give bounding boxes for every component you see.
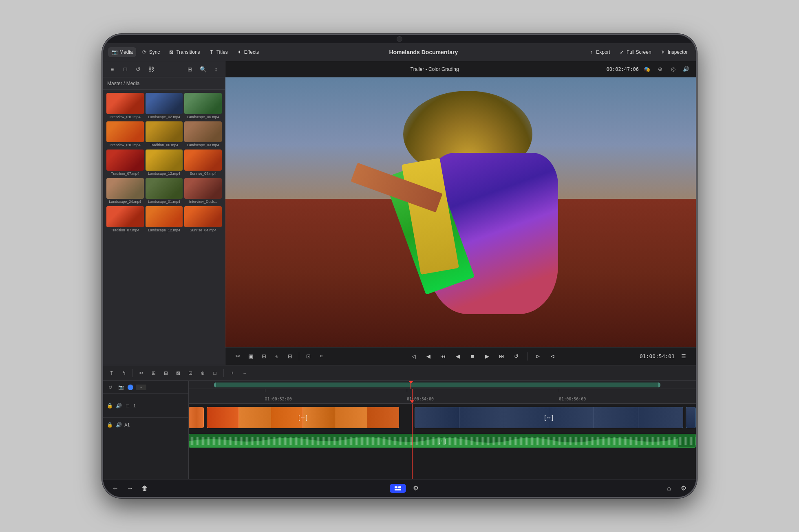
play-btn[interactable]: ▶: [481, 351, 493, 362]
list-item[interactable]: Interview_010.mp4: [106, 93, 144, 120]
preview-scene: [225, 77, 696, 347]
export-btn[interactable]: ↑ Export: [585, 47, 614, 57]
media-item-label: Landscape_12.mp4: [146, 171, 183, 176]
prev-frame-btn[interactable]: ◀: [423, 351, 434, 362]
zoom-in-btn[interactable]: +: [227, 368, 238, 378]
link-btn[interactable]: ⛓: [146, 64, 157, 75]
media-item-label: Tradition_07.mp4: [106, 171, 144, 176]
svg-rect-3: [395, 489, 401, 490]
transitions-icon: ⊠: [168, 49, 174, 55]
sync-btn[interactable]: ⟳ Sync: [138, 47, 163, 57]
menu-btn[interactable]: ☰: [678, 351, 689, 362]
trim-btn[interactable]: ✂: [232, 351, 243, 362]
home-btn[interactable]: [392, 483, 404, 494]
svg-rect-1: [395, 486, 397, 488]
loop-btn[interactable]: ↺: [511, 351, 522, 362]
grid-view-btn[interactable]: ⊞: [184, 64, 196, 75]
list-view-btn[interactable]: ≡: [106, 64, 118, 75]
list-item[interactable]: Landscape_03.mp4: [184, 121, 222, 148]
fast-forward-btn[interactable]: ⏭: [496, 351, 508, 362]
inspector-btn[interactable]: ✳ Inspector: [656, 47, 691, 57]
prev-edit-btn[interactable]: ⊲: [547, 351, 558, 362]
select-tool-btn[interactable]: T: [106, 368, 117, 378]
home-nav-btn[interactable]: ⌂: [663, 483, 675, 494]
redo-btn[interactable]: →: [124, 483, 136, 494]
snap-btn[interactable]: ⊡: [302, 351, 314, 362]
insert-btn[interactable]: ▣: [245, 351, 256, 362]
sync-label: Sync: [149, 49, 160, 55]
camera-icon[interactable]: 📷: [117, 383, 125, 391]
next-edit-btn[interactable]: ⊳: [532, 351, 544, 362]
nav-back-btn[interactable]: ◁: [408, 351, 419, 362]
rewind-btn[interactable]: ⏮: [437, 351, 449, 362]
list-item[interactable]: Landscape_24.mp4: [106, 178, 144, 205]
audio-lock-icon[interactable]: 🔒: [106, 422, 113, 428]
range-select-btn[interactable]: □: [210, 368, 220, 378]
mix-btn[interactable]: ⊟: [284, 351, 296, 362]
list-item[interactable]: Tradition_06.mp4: [146, 121, 183, 148]
audio-mute-icon[interactable]: 🔊: [115, 402, 122, 409]
transform-btn[interactable]: ↰: [119, 368, 129, 378]
sort-btn[interactable]: ↕: [210, 64, 222, 75]
undo-btn[interactable]: ←: [110, 483, 121, 494]
position-btn[interactable]: ⊕: [197, 368, 208, 378]
lock-icon[interactable]: 🔒: [106, 402, 113, 409]
clip-segment-1[interactable]: [189, 407, 204, 428]
audio-mix-btn[interactable]: ≈: [316, 351, 327, 362]
transitions-btn[interactable]: ⊠ Transitions: [165, 47, 203, 57]
list-item[interactable]: Landscape_12.mp4: [146, 206, 183, 233]
search-btn[interactable]: 🔍: [197, 64, 209, 75]
new-item-btn[interactable]: □: [119, 64, 131, 75]
effects-btn[interactable]: ✦ Effects: [233, 47, 262, 57]
list-item[interactable]: Landscape_06.mp4: [184, 93, 222, 120]
list-item[interactable]: Interview_010.mp4: [106, 121, 144, 148]
preview-header: Trailer - Color Grading 00:02:47:06 🎭 ⊕ …: [225, 61, 696, 77]
browser-path-text: Master / Media: [107, 81, 139, 86]
clip-segment-4[interactable]: [686, 407, 696, 428]
audio-clip[interactable]: [↔]: [189, 434, 696, 448]
fullscreen-btn[interactable]: ⤢ Full Screen: [615, 47, 655, 57]
slip-btn[interactable]: ⊟: [161, 368, 171, 378]
clip-segment-3[interactable]: [↔]: [415, 407, 683, 428]
list-item[interactable]: Sunrise_04.mp4: [184, 149, 222, 176]
bottom-left: ← → 🗑: [110, 483, 150, 494]
placeholder-btn[interactable]: ⟐: [271, 351, 283, 362]
settings-nav-btn[interactable]: ⚙: [678, 483, 689, 494]
list-item[interactable]: Tradition_07.mp4: [106, 149, 144, 176]
audio-btn[interactable]: 🔊: [681, 64, 691, 74]
color-btn[interactable]: ◎: [668, 64, 678, 74]
clip-segment-2[interactable]: [↔]: [207, 407, 400, 428]
delete-btn[interactable]: 🗑: [139, 483, 150, 494]
zoom-out-btn[interactable]: −: [239, 368, 250, 378]
range-left-handle[interactable]: [214, 383, 216, 387]
append-btn[interactable]: ⊞: [258, 351, 269, 362]
range-right-handle[interactable]: [658, 383, 660, 387]
timecode-marker-3: 01:00:56:00: [559, 397, 586, 401]
video-type-icon[interactable]: □: [124, 402, 131, 409]
rotate-btn[interactable]: ↺: [106, 383, 115, 391]
project-settings-btn[interactable]: ⚙: [410, 483, 422, 494]
playhead-range-marker: [411, 381, 411, 389]
gap-btn[interactable]: ⊠: [173, 368, 183, 378]
list-item[interactable]: Landscape_12.mp4: [146, 149, 183, 176]
list-item[interactable]: Sunrise_04.mp4: [184, 206, 222, 233]
play-rev-btn[interactable]: ◀: [452, 351, 464, 362]
media-btn[interactable]: 📷 Media: [108, 47, 136, 57]
timeline-range-thumb[interactable]: [214, 383, 660, 387]
display-btn[interactable]: ⊕: [655, 64, 665, 74]
list-item[interactable]: Landscape_02.mp4: [146, 93, 183, 120]
list-item[interactable]: Landscape_01.mp4: [146, 178, 183, 205]
blade-btn[interactable]: ✂: [136, 368, 147, 378]
list-item[interactable]: Interview_Dusk...: [184, 178, 222, 205]
audio-vol-icon[interactable]: 🔊: [115, 422, 122, 428]
track-a1-label: A1: [124, 422, 130, 427]
transport-right: 01:00:54:01 ☰: [640, 351, 689, 362]
stop-btn[interactable]: ■: [467, 351, 478, 362]
list-item[interactable]: Tradition_07.mp4: [106, 206, 144, 233]
connect-btn[interactable]: ⊡: [185, 368, 196, 378]
divider-2: [223, 369, 224, 377]
refresh-btn[interactable]: ↺: [132, 64, 144, 75]
camera-overlay-btn[interactable]: 🎭: [642, 64, 652, 74]
titles-btn[interactable]: T Titles: [205, 47, 231, 57]
trim-tool-btn[interactable]: ⊞: [148, 368, 159, 378]
